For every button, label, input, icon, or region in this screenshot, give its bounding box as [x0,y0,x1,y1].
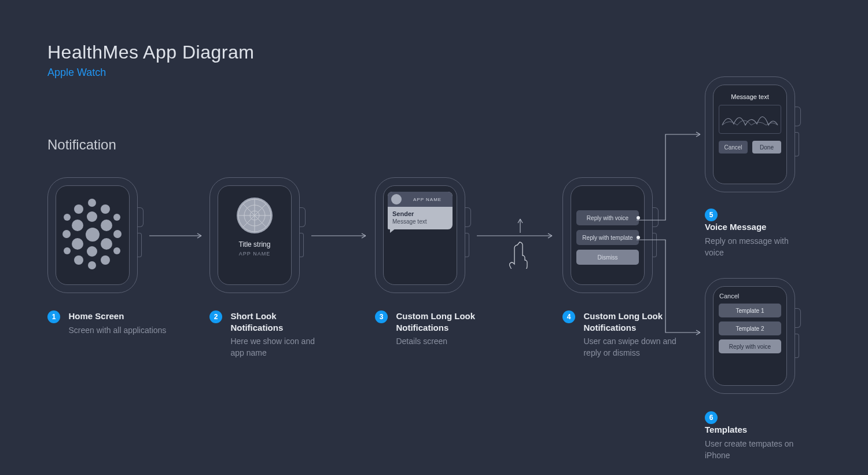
step-number: 4 [562,310,575,323]
button-label: Reply with voice [587,215,628,221]
reply-voice-button[interactable]: Reply with voice [719,339,781,353]
watch-short-look: Title string APP NAME [209,177,307,293]
watch-voice: Message text Cancel Done [705,76,802,192]
screen-actions: Reply with voice Reply with template Dis… [571,185,645,285]
app-name-label: APP NAME [413,197,442,202]
screen-voice: Message text Cancel Done [713,85,787,184]
app-avatar-icon [391,194,402,204]
step-desc: User can swipe down and reply or dismiss [583,335,682,359]
app-icon [237,198,273,233]
reply-template-button[interactable]: Reply with template [576,230,639,245]
step-desc: Reply on message with voice [705,235,803,259]
cancel-button[interactable]: Cancel [719,293,739,299]
step-desc: Here we show icon and app name [230,335,329,359]
arrow-icon [148,232,206,240]
notification-card: APP NAME Sender Message text [388,192,453,229]
caption-templates: 6 Templates User create tempates on iPho… [705,411,821,461]
watch-long-look: APP NAME Sender Message text [375,177,472,293]
step-title: Templates [705,424,803,436]
step-desc: Screen with all applications [68,324,167,336]
radar-icon [237,198,273,233]
waveform-icon [719,105,781,134]
app-grid-icon [56,186,130,284]
section-heading: Notification [47,137,116,153]
step-title: Voice Message [705,221,803,233]
button-label: Dismiss [598,254,618,261]
button-label: Reply with template [582,235,632,241]
watch-home [47,177,145,293]
branch-arrow-icon [635,239,705,337]
step-desc: User create tempates on iPhone [705,438,803,462]
step-number: 1 [47,310,60,323]
caption-voice: 5 Voice Message Reply on message with vo… [705,209,821,258]
wave-svg [721,108,779,131]
step-number: 6 [705,411,718,424]
cancel-button[interactable]: Cancel [719,141,748,154]
sender-label: Sender [392,210,448,217]
caption-short-look: 2 Short Look Notifications Here we show … [209,310,331,359]
caption-home: 1 Home Screen Screen with all applicatio… [47,310,169,336]
screen-home [56,185,130,285]
step-number: 3 [375,310,388,323]
swipe-arrow-icon [516,217,524,234]
message-text: Message text [392,218,448,225]
message-text: Message text [731,93,768,100]
page-title: HealthMes App Diagram [47,42,254,63]
finger-icon [509,240,530,269]
template-1-button[interactable]: Template 1 [719,304,781,317]
caption-long-look: 3 Custom Long Look Notifications Details… [375,310,496,347]
screen-short-look: Title string APP NAME [218,185,292,285]
page-subtitle: Apple Watch [47,67,254,79]
step-number: 2 [209,310,222,323]
dismiss-button[interactable]: Dismiss [576,250,639,265]
branch-arrow-icon [635,130,705,222]
watch-templates: Cancel Template 1 Template 2 Reply with … [705,278,802,394]
step-title: Custom Long Look Notifications [396,310,494,333]
notification-title: Title string [239,240,271,249]
step-title: Short Look Notifications [230,310,329,333]
done-button[interactable]: Done [752,141,781,154]
app-name-label: APP NAME [239,251,270,257]
screen-templates: Cancel Template 1 Template 2 Reply with … [713,286,787,386]
template-2-button[interactable]: Template 2 [719,321,781,335]
screen-long-look: APP NAME Sender Message text [383,185,457,285]
step-number: 5 [705,209,718,221]
step-title: Home Screen [68,310,167,322]
arrow-icon [310,232,370,240]
header: HealthMes App Diagram Apple Watch [47,42,254,79]
reply-voice-button[interactable]: Reply with voice [576,210,639,225]
step-desc: Details screen [396,335,494,347]
